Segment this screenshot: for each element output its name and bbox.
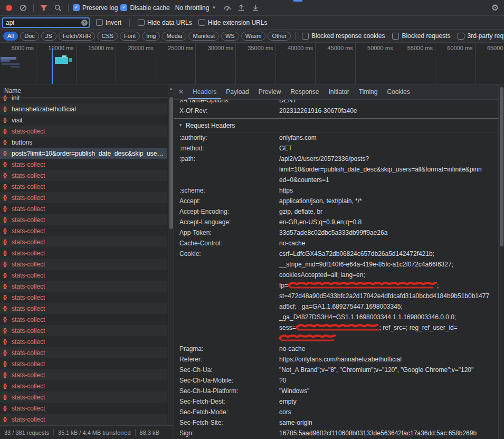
request-row[interactable]: {}stats-collect [0, 369, 167, 380]
header-row: Accept:application/json, text/plain, */* [174, 196, 498, 206]
resources-size: 88.3 kB [136, 430, 164, 436]
detail-tabs: ✕ HeadersPayloadPreviewResponseInitiator… [174, 84, 504, 100]
scrollbar-thumb[interactable] [169, 97, 173, 229]
request-row[interactable]: {}stats-collect [0, 225, 167, 236]
request-row[interactable]: {}stats-collect [0, 303, 167, 314]
request-row[interactable]: {}stats-collect [0, 247, 167, 259]
request-row[interactable]: {}stats-collect [0, 358, 167, 369]
hide-extension-urls-checkbox[interactable]: Hide extension URLs [198, 19, 268, 26]
request-row[interactable]: {}stats-collect [0, 259, 167, 270]
settings-button[interactable]: ⚙ [489, 2, 501, 14]
3rd-party-requests-label: 3rd-party requests [467, 32, 504, 40]
type-chip-font[interactable]: Font [120, 32, 140, 41]
overview-tick-label: 15000 ms [73, 45, 113, 51]
file-type-icon: {} [3, 405, 12, 411]
overview-strip[interactable]: 5000 ms10000 ms15000 ms20000 ms25000 ms3… [0, 43, 504, 84]
request-row[interactable]: {}stats-collect [0, 325, 167, 336]
header-name: Sec-Fetch-Site: [174, 417, 279, 428]
request-row[interactable]: {}stats-collect [0, 203, 167, 214]
network-conditions-button[interactable] [221, 2, 233, 14]
header-value: csrf=LdfcGX4Sa72db06824c657db26a5d142472… [279, 249, 498, 343]
request-headers-section-header[interactable]: ▼ Request Headers [174, 119, 498, 132]
request-row[interactable]: {}stats-collect [0, 403, 167, 414]
invert-checkbox[interactable]: Invert [96, 19, 121, 26]
scrollbar-thumb[interactable] [500, 87, 503, 246]
record-button[interactable] [3, 2, 15, 14]
throttling-dropdown[interactable]: No throttling ▼ [173, 3, 219, 13]
request-row[interactable]: {}stats-collect [0, 314, 167, 325]
request-headers-rows: :authority:onlyfans.com:method:GET:path:… [174, 132, 498, 439]
request-row[interactable]: {}stats-collect [0, 181, 167, 192]
header-value: DENY [279, 100, 498, 106]
type-chip-img[interactable]: Img [142, 32, 160, 41]
clear-button[interactable] [17, 2, 29, 14]
request-row[interactable]: {}stats-collect [0, 292, 167, 303]
scroll-up-icon[interactable]: ▲ [168, 87, 174, 90]
blocked-requests-checkbox[interactable]: Blocked requests [392, 32, 450, 40]
request-name: stats-collect [12, 416, 45, 423]
clear-filter-icon[interactable]: ✕ [81, 20, 88, 26]
detail-tab-headers[interactable]: Headers [188, 84, 221, 99]
request-row[interactable]: {}init [0, 92, 167, 103]
request-row[interactable]: {}stats-collect [0, 414, 167, 425]
header-value: no-cache [279, 238, 498, 249]
detail-tab-payload[interactable]: Payload [221, 84, 253, 99]
request-row[interactable]: {}stats-collect [0, 170, 167, 181]
3rd-party-requests-checkbox[interactable]: 3rd-party requests [458, 32, 504, 40]
request-row[interactable]: {}stats-collect [0, 336, 167, 347]
type-chip-css[interactable]: CSS [97, 32, 118, 41]
details-scrollbar[interactable] [498, 84, 504, 439]
request-row[interactable]: {}stats-collect [0, 159, 167, 170]
detail-tab-cookies[interactable]: Cookies [382, 84, 414, 99]
status-bar: 33 / 381 requests 35.1 kB / 4.4 MB trans… [0, 425, 174, 439]
request-row[interactable]: {}stats-collect [0, 347, 167, 358]
request-row[interactable]: {}stats-collect [0, 192, 167, 203]
type-chip-manifest[interactable]: Manifest [188, 32, 219, 41]
request-row[interactable]: {}visit [0, 114, 167, 126]
request-name: stats-collect [12, 371, 45, 379]
request-row[interactable]: {}hannahelizabethofficial [0, 103, 167, 114]
type-chip-wasm[interactable]: Wasm [241, 32, 266, 41]
overview-tick-label: 5000 ms [0, 45, 34, 51]
overview-tick-label: 55000 ms [393, 45, 433, 51]
blocked-response-cookies-checkbox[interactable]: Blocked response cookies [302, 32, 385, 40]
request-name: buttons [12, 139, 32, 146]
preserve-log-checkbox[interactable]: Preserve log [73, 4, 118, 12]
type-chip-fetch-xhr[interactable]: Fetch/XHR [59, 32, 96, 41]
request-row[interactable]: {}stats-collect [0, 392, 167, 403]
close-details-button[interactable]: ✕ [174, 84, 188, 99]
type-chip-other[interactable]: Other [268, 32, 291, 41]
search-button[interactable] [52, 2, 64, 14]
request-row[interactable]: {}stats-collect [0, 236, 167, 247]
request-name: stats-collect [12, 172, 45, 179]
request-row[interactable]: {}stats-collect [0, 270, 167, 281]
type-chip-doc[interactable]: Doc [20, 32, 39, 41]
hide-data-urls-checkbox[interactable]: Hide data URLs [138, 19, 192, 26]
request-row[interactable]: {}stats-collect [0, 380, 167, 392]
detail-tab-initiator[interactable]: Initiator [324, 84, 354, 99]
filter-toggle-button[interactable] [38, 2, 50, 14]
detail-tab-timing[interactable]: Timing [354, 84, 383, 99]
type-chip-all[interactable]: All [3, 32, 18, 41]
type-chip-js[interactable]: JS [41, 32, 56, 41]
request-name: stats-collect [12, 205, 45, 213]
type-chip-ws[interactable]: WS [221, 32, 239, 41]
request-row[interactable]: {}posts?limit=10&order=publish_date_desc… [0, 148, 167, 159]
request-row[interactable]: {}stats-collect [0, 126, 167, 137]
type-chip-media[interactable]: Media [162, 32, 186, 41]
import-har-button[interactable] [235, 2, 247, 14]
disable-cache-checkbox[interactable]: Disable cache [120, 4, 169, 12]
request-list-scrollbar[interactable]: ▲ [168, 84, 174, 425]
header-value: en-GB,en-US;q=0.9,en;q=0.8 [279, 217, 498, 227]
detail-tab-preview[interactable]: Preview [254, 84, 286, 99]
detail-tab-response[interactable]: Response [286, 84, 324, 99]
file-type-icon: {} [3, 228, 12, 234]
filter-input[interactable] [2, 17, 90, 28]
request-row[interactable]: {}buttons [0, 137, 167, 148]
checkbox-icon [96, 19, 103, 26]
header-row: :method:GET [174, 143, 498, 154]
export-har-button[interactable] [250, 2, 261, 14]
request-row[interactable]: {}stats-collect [0, 214, 167, 225]
import-har-icon [237, 4, 245, 12]
request-row[interactable]: {}stats-collect [0, 281, 167, 292]
